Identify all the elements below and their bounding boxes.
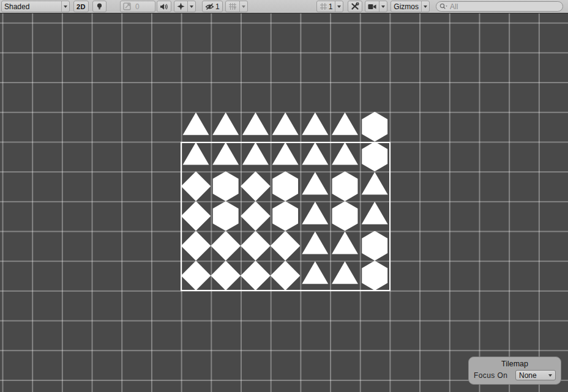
2d-toggle-button[interactable]: 2D <box>73 1 89 12</box>
tile-hexagon <box>360 112 390 142</box>
effects-icon <box>174 1 187 12</box>
focus-on-label: Focus On <box>474 371 507 380</box>
tile-triangle <box>271 112 301 142</box>
camera-dropdown[interactable] <box>365 1 387 12</box>
lightbulb-icon <box>95 2 103 10</box>
exposure-value: 0 <box>135 2 140 11</box>
scene-lighting-toggle[interactable] <box>92 1 106 12</box>
tile-triangle <box>181 112 211 142</box>
2d-label: 2D <box>77 3 86 10</box>
chevron-down-icon <box>421 1 429 12</box>
grid-axis-icon <box>226 1 239 12</box>
search-input[interactable] <box>436 1 563 12</box>
focus-on-select[interactable]: None <box>515 370 556 380</box>
hash-grid-icon <box>320 2 327 10</box>
focus-on-value: None <box>519 371 537 380</box>
chevron-down-icon <box>239 1 247 12</box>
speaker-icon <box>160 3 168 10</box>
focus-on-row: Focus On None <box>469 370 561 380</box>
draw-mode-dropdown[interactable]: Shaded <box>1 1 70 12</box>
draw-mode-label: Shaded <box>2 1 61 12</box>
grid-count-value: 1 <box>329 2 333 11</box>
eye-slash-icon <box>205 3 214 10</box>
panel-title: Tilemap <box>469 360 561 368</box>
chevron-down-icon <box>187 1 195 12</box>
wrench-screwdriver-icon <box>351 2 359 10</box>
tilemap-focus-panel: Tilemap Focus On None <box>468 357 561 385</box>
exposure-control: 0 <box>120 1 155 12</box>
chevron-down-icon <box>379 1 387 12</box>
chevron-down-icon <box>548 374 552 377</box>
search-icon <box>439 3 448 10</box>
hidden-objects-button[interactable]: 1 <box>202 1 223 12</box>
component-tools-button[interactable] <box>348 1 362 12</box>
chevron-down-icon <box>335 1 343 12</box>
tile-triangle <box>211 112 241 142</box>
unity-scene-view: { "toolbar": { "draw_mode": "Shaded", "m… <box>0 0 568 392</box>
grid-visibility-dropdown[interactable] <box>225 1 248 12</box>
exposure-icon <box>123 2 131 10</box>
audio-toggle[interactable] <box>157 1 171 12</box>
gizmos-label: Gizmos <box>391 1 421 12</box>
chevron-down-icon <box>61 1 69 12</box>
camera-icon <box>365 1 379 12</box>
tilemap-bounds-outline <box>181 142 390 291</box>
hidden-objects-count: 1 <box>215 2 220 11</box>
scene-toolbar: Shaded 2D 0 1 <box>0 0 568 13</box>
search-field-wrap <box>436 1 563 12</box>
gizmos-dropdown[interactable]: Gizmos <box>390 1 430 12</box>
tile-triangle <box>241 112 271 142</box>
tile-triangle <box>330 112 360 142</box>
tile-triangle <box>300 112 330 142</box>
effects-dropdown[interactable] <box>174 1 196 12</box>
grid-count-dropdown[interactable]: 1 <box>316 1 344 12</box>
scene-viewport[interactable]: Tilemap Focus On None <box>0 13 568 392</box>
